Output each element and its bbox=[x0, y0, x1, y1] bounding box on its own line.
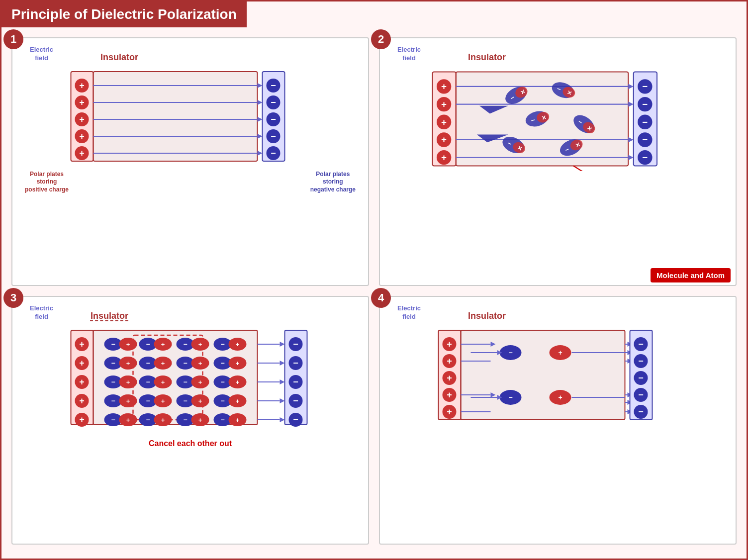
diagram-1-svg: + + + + + bbox=[20, 67, 361, 166]
svg-text:−: − bbox=[293, 377, 298, 387]
electric-field-label-2: Electric field bbox=[397, 46, 421, 63]
svg-text:−: − bbox=[638, 356, 644, 366]
svg-text:−: − bbox=[146, 378, 150, 386]
svg-marker-189 bbox=[280, 379, 285, 384]
quad-number-3: 3 bbox=[3, 288, 23, 308]
svg-text:−: − bbox=[183, 359, 187, 367]
insulator-label-1: Insulator bbox=[100, 52, 138, 63]
svg-text:+: + bbox=[79, 396, 85, 406]
title-bar: Principle of Dielectric Polarization bbox=[1, 1, 247, 27]
svg-marker-15 bbox=[258, 100, 263, 105]
insulator-label-3: Insulator bbox=[91, 311, 128, 321]
svg-text:+: + bbox=[126, 397, 130, 405]
svg-text:+: + bbox=[441, 81, 447, 92]
svg-text:+: + bbox=[79, 81, 85, 91]
svg-text:+: + bbox=[198, 416, 202, 424]
svg-text:−: − bbox=[638, 373, 644, 383]
page-title: Principle of Dielectric Polarization bbox=[11, 6, 237, 22]
svg-text:−: − bbox=[220, 397, 224, 405]
svg-text:+: + bbox=[236, 397, 240, 405]
svg-text:−: − bbox=[146, 340, 150, 348]
svg-text:+: + bbox=[447, 390, 452, 400]
quadrant-2: 2 Electric field Insulator + + + + + bbox=[379, 37, 737, 286]
svg-text:−: − bbox=[638, 407, 644, 417]
svg-text:+: + bbox=[236, 378, 240, 386]
diagram-4-svg: + + + + + − bbox=[387, 325, 728, 425]
quad-number-2: 2 bbox=[371, 29, 391, 49]
svg-marker-48 bbox=[628, 101, 634, 107]
svg-marker-193 bbox=[280, 417, 285, 422]
svg-text:+: + bbox=[441, 152, 447, 163]
svg-marker-185 bbox=[280, 342, 285, 347]
svg-text:−: − bbox=[293, 339, 298, 349]
svg-text:+: + bbox=[236, 341, 240, 348]
svg-text:+: + bbox=[558, 349, 562, 357]
svg-text:+: + bbox=[441, 134, 447, 145]
svg-text:−: − bbox=[220, 340, 224, 348]
svg-text:−: − bbox=[111, 397, 115, 405]
electric-field-label-4: Electric field bbox=[397, 304, 421, 321]
svg-text:−: − bbox=[642, 81, 648, 92]
svg-text:−: − bbox=[642, 116, 648, 127]
svg-text:+: + bbox=[79, 114, 85, 124]
svg-text:+: + bbox=[447, 356, 452, 366]
svg-marker-13 bbox=[258, 83, 263, 88]
svg-text:−: − bbox=[642, 152, 648, 163]
svg-text:+: + bbox=[447, 339, 452, 349]
svg-marker-52 bbox=[628, 155, 634, 160]
svg-text:−: − bbox=[111, 416, 115, 424]
electric-field-label-1: Electric field bbox=[30, 46, 53, 63]
svg-text:−: − bbox=[642, 134, 648, 145]
svg-text:−: − bbox=[220, 416, 224, 424]
svg-text:−: − bbox=[271, 97, 276, 107]
svg-text:+: + bbox=[441, 116, 447, 127]
svg-text:+: + bbox=[198, 378, 202, 386]
svg-text:−: − bbox=[293, 415, 298, 425]
svg-text:+: + bbox=[126, 416, 130, 424]
svg-text:−: − bbox=[638, 339, 644, 349]
insulator-label-2: Insulator bbox=[468, 52, 506, 63]
svg-text:−: − bbox=[638, 390, 644, 400]
svg-text:+: + bbox=[198, 341, 202, 348]
svg-text:−: − bbox=[508, 393, 512, 401]
svg-text:+: + bbox=[198, 360, 202, 367]
svg-text:+: + bbox=[79, 97, 85, 107]
electric-field-label-3: Electric field bbox=[30, 304, 53, 321]
svg-marker-191 bbox=[280, 398, 285, 403]
svg-text:+: + bbox=[447, 407, 452, 417]
quadrant-3: 3 Electric field Insulator + + + + + bbox=[11, 296, 369, 545]
svg-text:+: + bbox=[126, 341, 130, 348]
svg-text:+: + bbox=[79, 415, 85, 425]
quadrant-4: 4 Electric field Insulator + + + + + bbox=[379, 296, 737, 545]
svg-text:−: − bbox=[293, 396, 298, 406]
positive-plate-label-1: Polar plates storing positive charge bbox=[25, 171, 69, 194]
svg-marker-17 bbox=[258, 117, 263, 122]
svg-text:−: − bbox=[508, 349, 512, 357]
svg-text:−: − bbox=[183, 340, 187, 348]
svg-line-90 bbox=[573, 166, 594, 171]
main-container: Principle of Dielectric Polarization 1 E… bbox=[0, 0, 748, 560]
svg-text:+: + bbox=[236, 416, 240, 424]
svg-marker-21 bbox=[258, 151, 263, 156]
svg-marker-50 bbox=[628, 137, 634, 143]
svg-text:+: + bbox=[126, 378, 130, 386]
negative-plate-label-1: Polar plates storing negative charge bbox=[310, 171, 356, 194]
svg-text:−: − bbox=[146, 416, 150, 424]
svg-text:+: + bbox=[198, 397, 202, 405]
svg-text:+: + bbox=[161, 341, 165, 348]
quadrant-1: 1 Electric field Insulator + + + + + bbox=[11, 37, 369, 286]
quad-number-1: 1 bbox=[3, 29, 23, 49]
quadrants-grid: 1 Electric field Insulator + + + + + bbox=[1, 27, 747, 555]
svg-text:−: − bbox=[271, 148, 276, 158]
svg-text:−: − bbox=[183, 378, 187, 386]
svg-text:−: − bbox=[293, 358, 298, 368]
insulator-label-4: Insulator bbox=[468, 311, 506, 321]
svg-text:+: + bbox=[79, 131, 85, 141]
svg-marker-187 bbox=[280, 361, 285, 366]
svg-text:−: − bbox=[183, 416, 187, 424]
svg-text:+: + bbox=[161, 360, 165, 367]
quad-number-4: 4 bbox=[371, 288, 391, 308]
svg-text:+: + bbox=[79, 377, 85, 387]
svg-text:+: + bbox=[161, 416, 165, 424]
molecule-label: Molecule and Atom bbox=[651, 268, 731, 282]
